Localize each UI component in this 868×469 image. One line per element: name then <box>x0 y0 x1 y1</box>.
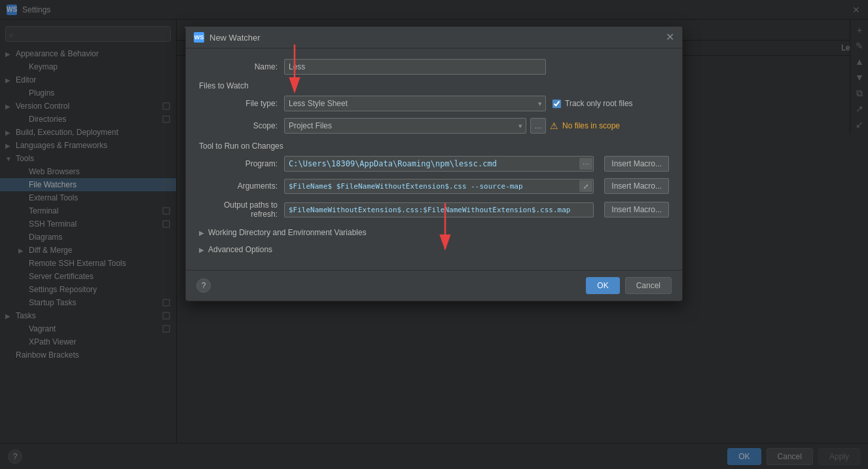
output-paths-label: Output paths to refresh: <box>199 200 284 219</box>
name-control <box>284 59 669 75</box>
scope-label: Scope: <box>199 121 284 130</box>
output-paths-control: Insert Macro... <box>284 202 669 217</box>
modal-overlay: WS New Watcher ✕ Name: Files to Watch <box>0 0 868 469</box>
dialog-footer: ? OK Cancel <box>186 270 682 301</box>
program-input-wrap: ⋯ <box>284 156 594 172</box>
scope-browse-button[interactable]: … <box>530 118 546 134</box>
output-paths-row: Output paths to refresh: Insert Macro... <box>199 200 669 219</box>
files-to-watch-title: Files to Watch <box>199 81 669 90</box>
tool-section-title: Tool to Run on Changes <box>199 141 669 151</box>
program-control: ⋯ Insert Macro... <box>284 156 669 172</box>
name-row: Name: <box>199 59 669 75</box>
dialog-body: Name: Files to Watch File type: Less Sty… <box>186 48 682 270</box>
file-type-row: File type: Less Style Sheet Track only r… <box>199 96 669 111</box>
working-dir-row[interactable]: ▶ Working Directory and Environment Vari… <box>199 225 669 240</box>
scope-row: Scope: Project Files … ⚠ No files in sco… <box>199 118 669 134</box>
program-row: Program: ⋯ Insert Macro... <box>199 156 669 172</box>
program-label: Program: <box>199 159 284 168</box>
dialog-title: New Watcher <box>209 33 660 43</box>
new-watcher-dialog: WS New Watcher ✕ Name: Files to Watch <box>185 26 683 301</box>
arguments-control: ⤢ Insert Macro... <box>284 178 669 194</box>
dialog-icon: WS <box>194 32 204 43</box>
file-type-label: File type: <box>199 99 284 108</box>
program-browse-button[interactable]: ⋯ <box>579 158 592 170</box>
arguments-row: Arguments: ⤢ Insert Macro... <box>199 178 669 194</box>
dialog-help-button[interactable]: ? <box>196 278 211 293</box>
warning-icon: ⚠ <box>550 121 558 131</box>
arguments-expand-button[interactable]: ⤢ <box>579 180 592 192</box>
dialog-cancel-button[interactable]: Cancel <box>625 277 672 294</box>
output-paths-input[interactable] <box>284 202 594 217</box>
scope-select[interactable]: Project Files <box>284 118 526 134</box>
args-input-wrap: ⤢ <box>284 179 594 194</box>
arguments-input[interactable] <box>284 179 594 194</box>
arguments-label: Arguments: <box>199 181 284 191</box>
advanced-options-expand-icon: ▶ <box>199 246 204 253</box>
track-only-root-label: Track only root files <box>552 99 633 108</box>
dialog-close-button[interactable]: ✕ <box>666 32 674 43</box>
program-input[interactable] <box>284 156 594 172</box>
advanced-options-label: Advanced Options <box>208 245 272 254</box>
output-paths-input-wrap <box>284 202 594 217</box>
track-only-root-checkbox[interactable] <box>552 100 561 108</box>
working-dir-label: Working Directory and Environment Variab… <box>208 228 367 237</box>
file-type-select[interactable]: Less Style Sheet <box>284 96 546 111</box>
dialog-title-bar: WS New Watcher ✕ <box>186 27 682 48</box>
no-files-warning: ⚠ No files in scope <box>550 121 620 131</box>
file-type-control: Less Style Sheet Track only root files <box>284 96 669 111</box>
insert-macro-program-button[interactable]: Insert Macro... <box>604 156 669 172</box>
main-window: WS Settings ✕ ⌕ ▶Appearance & BehaviorKe… <box>0 0 868 469</box>
insert-macro-arguments-button[interactable]: Insert Macro... <box>604 178 669 194</box>
advanced-options-row[interactable]: ▶ Advanced Options <box>199 242 669 257</box>
name-label: Name: <box>199 62 284 71</box>
scope-control: Project Files … ⚠ No files in scope <box>284 118 669 134</box>
working-dir-expand-icon: ▶ <box>199 229 204 236</box>
name-input[interactable] <box>284 59 546 75</box>
dialog-ok-button[interactable]: OK <box>586 277 619 294</box>
insert-macro-output-button[interactable]: Insert Macro... <box>604 202 669 217</box>
